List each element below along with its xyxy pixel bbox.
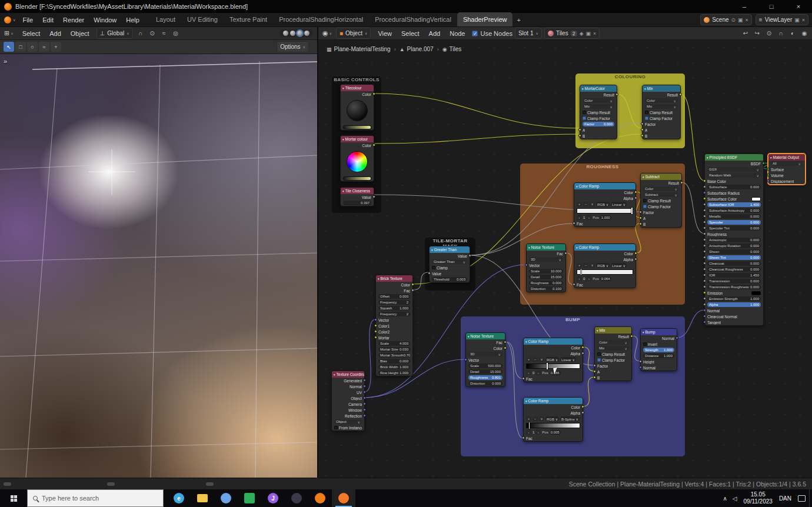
input-socket[interactable]: [639, 366, 642, 369]
input-socket[interactable]: [703, 244, 706, 247]
squash-field[interactable]: Squash1.000: [378, 306, 410, 311]
color-swatch[interactable]: [751, 197, 761, 201]
checkbox[interactable]: [583, 111, 586, 114]
node-header[interactable]: ▾Greater Than: [430, 246, 470, 253]
output-socket[interactable]: [372, 92, 375, 95]
input-socket[interactable]: [703, 279, 706, 282]
subsurface-field[interactable]: Subsurface0.000: [707, 185, 761, 189]
pin-icon[interactable]: ⊙: [764, 28, 774, 38]
node-color-ramp-bump-top[interactable]: ▾Color RampColorAlpha+−∨RGB ∨Linear ∨‹0›…: [523, 338, 583, 382]
input-socket[interactable]: [522, 377, 525, 380]
detail-field[interactable]: Detail15.000: [529, 275, 563, 279]
volume-icon[interactable]: ◁: [733, 495, 737, 502]
shader-menu-node[interactable]: Node: [445, 28, 470, 39]
show-desktop-button[interactable]: [809, 489, 812, 507]
breadcrumb-plane-007[interactable]: ▲Plane.007: [400, 46, 434, 52]
input-socket[interactable]: [573, 283, 575, 286]
clearcoat-field[interactable]: Clearcoat0.000: [707, 261, 761, 266]
input-socket[interactable]: [703, 215, 706, 218]
output-socket[interactable]: [675, 336, 678, 339]
blender-menu-button[interactable]: ∨: [0, 16, 18, 24]
value-slider[interactable]: [343, 176, 371, 181]
position-field[interactable]: 0.064: [600, 276, 611, 281]
output-socket[interactable]: [411, 283, 414, 286]
interpolation-dropdown[interactable]: Linear ∨: [560, 357, 576, 362]
splitter-handle[interactable]: [107, 482, 115, 486]
transmission-field[interactable]: Transmission0.000: [707, 279, 761, 283]
detail-field[interactable]: Detail15.000: [468, 369, 502, 374]
viewport-menu-add[interactable]: Add: [45, 28, 66, 39]
color-wheel[interactable]: [347, 151, 368, 172]
input-socket[interactable]: [639, 222, 642, 225]
input-socket[interactable]: [703, 297, 706, 300]
color-dropdown[interactable]: Color∨: [583, 98, 614, 103]
next-stop-button[interactable]: ›: [586, 276, 591, 281]
minimize-button[interactable]: –: [731, 0, 758, 13]
checkbox[interactable]: [597, 352, 601, 356]
value-slider[interactable]: [343, 125, 371, 129]
row-height-field[interactable]: Row Height1.000: [378, 371, 410, 375]
input-socket[interactable]: [639, 360, 642, 363]
input-socket[interactable]: [703, 226, 706, 229]
distance-field[interactable]: Distance1.000: [643, 353, 674, 358]
node-brick-texture[interactable]: ▾Brick TextureColorFacOffset0.000Frequen…: [375, 275, 413, 376]
select-box-tool[interactable]: □: [15, 42, 26, 52]
add-stop-button[interactable]: +: [526, 416, 531, 421]
scale-field[interactable]: Scale10.000: [529, 269, 563, 273]
mortar-smooth-field[interactable]: Mortar Smooth0.700: [378, 353, 410, 358]
editor-type-button-shader[interactable]: ◉∨: [321, 29, 334, 37]
add-stop-button[interactable]: +: [577, 202, 582, 206]
clearcoat-roughness-field[interactable]: Clearcoat Roughness0.000: [707, 267, 761, 272]
remove-view-layer-button[interactable]: ×: [802, 17, 805, 23]
3d-dropdown[interactable]: 3D∨: [468, 352, 502, 356]
viewport-menu-select[interactable]: Select: [18, 28, 45, 39]
output-socket[interactable]: [363, 402, 366, 405]
input-socket[interactable]: [703, 203, 706, 206]
scale-field[interactable]: Scale500.000: [468, 363, 502, 368]
taskbar-firefox-browser[interactable]: [308, 489, 332, 507]
start-button[interactable]: [0, 489, 27, 507]
remove-stop-button[interactable]: −: [583, 263, 588, 268]
anisotropic-rotation-field[interactable]: Anisotropic Rotation0.000: [707, 244, 761, 248]
workspace-tab-proceduralshadinghorizontal[interactable]: ProceduralShadingHorizontal: [273, 12, 369, 26]
input-socket[interactable]: [703, 268, 706, 271]
next-stop-button[interactable]: ›: [535, 430, 541, 435]
random-walk-dropdown[interactable]: Random Walk∨: [707, 173, 761, 178]
color-ramp-gradient[interactable]: [526, 423, 580, 428]
input-socket[interactable]: [703, 179, 706, 182]
color-swatch[interactable]: [751, 291, 761, 295]
input-socket[interactable]: [374, 336, 377, 339]
fake-user-button[interactable]: ◈: [580, 31, 584, 36]
node-texture-coordinate[interactable]: ▾Texture CoordinateGeneratedNormalUVObje…: [331, 371, 365, 431]
ramp-stop-handle[interactable]: [529, 422, 530, 429]
checkbox[interactable]: [597, 358, 601, 362]
position-field[interactable]: 1.000: [600, 215, 611, 220]
viewport-menu-object[interactable]: Object: [66, 28, 94, 39]
output-socket[interactable]: [363, 396, 366, 399]
input-socket[interactable]: [703, 221, 706, 224]
input-socket[interactable]: [593, 376, 596, 379]
input-socket[interactable]: [703, 291, 706, 294]
ramp-stop-handle[interactable]: [631, 208, 633, 214]
3d-viewport[interactable]: »: [0, 54, 317, 478]
view-layer-selector[interactable]: ≡ ViewLayer ▣ ×: [756, 14, 808, 25]
output-socket[interactable]: [468, 254, 471, 257]
node-greater-than-math[interactable]: ▾Greater ThanValueGreater Than∨ClampValu…: [429, 246, 470, 283]
node-noise-texture-roughness[interactable]: ▾Noise TextureFac3D∨VectorScale10.000Det…: [526, 244, 566, 292]
workspace-tab-proceduralshadingvertical[interactable]: ProceduralShadingVertical: [369, 12, 457, 26]
select-lasso-tool[interactable]: ≈: [39, 42, 49, 52]
output-socket[interactable]: [634, 196, 637, 199]
toolbar-expand-icon[interactable]: »: [4, 58, 7, 65]
input-socket[interactable]: [522, 436, 525, 439]
input-socket[interactable]: [593, 370, 596, 373]
input-socket[interactable]: [703, 191, 706, 194]
snap-target-icon[interactable]: ⊙: [147, 28, 158, 38]
input-socket[interactable]: [578, 134, 581, 137]
new-view-layer-button[interactable]: ▣: [794, 17, 800, 23]
mix-dropdown[interactable]: Mix∨: [583, 104, 614, 109]
language-indicator[interactable]: DAN: [779, 495, 791, 502]
prev-stop-button[interactable]: ‹: [577, 215, 582, 220]
workspace-tab-layout[interactable]: Layout: [150, 12, 181, 26]
node-header[interactable]: ▾Noise Texture: [527, 244, 565, 251]
output-socket[interactable]: [504, 341, 507, 343]
